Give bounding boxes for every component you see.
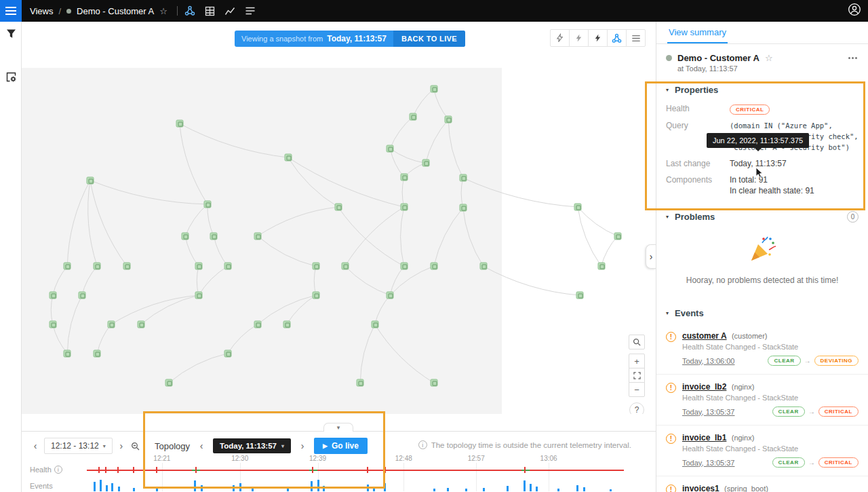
topology-node[interactable] <box>254 232 261 240</box>
topology-node[interactable] <box>86 176 94 184</box>
topology-node[interactable] <box>387 292 394 299</box>
breadcrumb-views[interactable]: Views <box>30 6 53 16</box>
event-component-link[interactable]: customer A <box>682 331 727 341</box>
topology-node[interactable] <box>165 379 172 387</box>
topology-node[interactable] <box>137 320 144 328</box>
health-info-icon[interactable]: i <box>54 466 62 474</box>
zoom-in-button[interactable]: + <box>629 354 645 368</box>
health-timeline[interactable] <box>87 467 624 473</box>
event-list-item[interactable]: ! invoices1 (spring_boot) Health State C… <box>656 476 868 492</box>
topology-node[interactable] <box>430 263 437 270</box>
topology-node[interactable] <box>445 115 452 123</box>
favorite-star-icon[interactable]: ☆ <box>765 53 773 63</box>
topology-node[interactable] <box>49 292 56 299</box>
user-avatar[interactable] <box>848 3 861 19</box>
zoom-search-icon[interactable] <box>629 335 645 349</box>
topology-canvas[interactable]: + − ? › <box>22 68 656 414</box>
topology-node[interactable] <box>430 379 437 387</box>
topology-node[interactable] <box>224 263 231 270</box>
expand-panel-arrow[interactable]: › <box>646 244 656 269</box>
topology-node[interactable] <box>195 263 202 270</box>
topology-node[interactable] <box>203 200 211 208</box>
topology-time-select[interactable]: Today, 11:13:57 ▾ <box>213 438 291 453</box>
flash-bold-icon[interactable] <box>588 29 608 47</box>
topology-time-prev-button[interactable]: ‹ <box>196 438 207 454</box>
event-component-link[interactable]: invoice_lb2 <box>682 382 726 392</box>
fit-to-screen-button[interactable] <box>629 368 645 383</box>
topology-node[interactable] <box>597 263 605 270</box>
event-time-link[interactable]: Today, 13:06:00 <box>682 357 734 365</box>
event-time-link[interactable]: Today, 13:05:37 <box>682 459 734 467</box>
last-change-value[interactable]: Today, 11:13:57 <box>730 158 787 169</box>
filter-icon[interactable] <box>0 22 22 45</box>
topology-node[interactable] <box>371 320 378 328</box>
back-to-live-button[interactable]: BACK TO LIVE <box>393 31 465 47</box>
event-list-item[interactable]: ! invoice_lb1 (nginx) Health State Chang… <box>656 425 868 476</box>
topology-node[interactable] <box>422 159 429 167</box>
event-list-item[interactable]: ! invoice_lb2 (nginx) Health State Chang… <box>656 374 868 425</box>
section-problems-header[interactable]: ▾ Problems 0 <box>656 206 868 228</box>
event-time-link[interactable]: Today, 13:05:37 <box>682 408 734 416</box>
list-layout-icon[interactable] <box>626 29 646 47</box>
more-menu-icon[interactable] <box>846 54 860 62</box>
tab-view-summary[interactable]: View summary <box>667 27 728 43</box>
topology-node[interactable] <box>254 320 261 328</box>
event-list-item[interactable]: ! customer A (customer) Health State Cha… <box>656 324 868 374</box>
topology-node[interactable] <box>284 154 292 162</box>
topology-node[interactable] <box>176 120 183 128</box>
topology-node[interactable] <box>400 204 408 211</box>
topology-node[interactable] <box>409 113 416 120</box>
topology-node[interactable] <box>49 320 56 328</box>
topology-time-next-button[interactable]: › <box>297 438 308 454</box>
breadcrumb-view-name[interactable]: Demo - Customer A <box>77 6 154 16</box>
event-component-link[interactable]: invoices1 <box>682 484 719 492</box>
event-component-link[interactable]: invoice_lb1 <box>682 433 726 442</box>
metrics-view-icon[interactable] <box>224 6 235 16</box>
view-settings-icon[interactable] <box>0 65 22 88</box>
topology-node[interactable] <box>94 349 101 357</box>
zoom-out-button[interactable]: − <box>629 382 645 397</box>
topology-node[interactable] <box>312 292 319 299</box>
topology-node[interactable] <box>576 292 583 299</box>
topology-node[interactable] <box>210 232 218 240</box>
events-view-icon[interactable] <box>245 6 256 16</box>
time-range-select[interactable]: 12:12 - 13:12 ▾ <box>44 438 113 454</box>
topology-node[interactable] <box>459 174 467 182</box>
topology-node[interactable] <box>400 263 408 270</box>
topology-node[interactable] <box>479 263 487 270</box>
topology-layout-icon[interactable] <box>607 29 627 47</box>
topology-node[interactable] <box>357 379 364 387</box>
topology-node[interactable] <box>400 174 408 181</box>
topology-view-icon[interactable] <box>184 5 195 16</box>
topology-node[interactable] <box>64 263 71 270</box>
topology-node[interactable] <box>574 204 581 211</box>
topology-node[interactable] <box>312 263 319 270</box>
flash-outline-icon[interactable] <box>550 29 570 47</box>
range-next-button[interactable]: › <box>116 438 127 454</box>
range-prev-button[interactable]: ‹ <box>30 438 41 454</box>
topology-node[interactable] <box>387 145 394 152</box>
topology-node[interactable] <box>78 292 85 299</box>
topology-node[interactable] <box>224 349 231 357</box>
topology-node[interactable] <box>430 86 437 93</box>
events-histogram[interactable] <box>87 474 624 491</box>
topology-node[interactable] <box>341 263 349 270</box>
topology-node[interactable] <box>283 320 290 328</box>
timeline-collapse-chevron[interactable]: ▾ <box>323 423 353 432</box>
topology-node[interactable] <box>459 204 467 212</box>
topology-node[interactable] <box>107 320 115 328</box>
topology-node[interactable] <box>64 349 71 357</box>
section-properties-header[interactable]: ▾ Properties <box>656 79 868 100</box>
topology-node[interactable] <box>94 263 101 270</box>
topology-node[interactable] <box>182 232 189 240</box>
flash-half-icon[interactable] <box>569 29 589 47</box>
topology-node[interactable] <box>334 204 342 211</box>
help-button[interactable]: ? <box>629 402 644 414</box>
topology-node[interactable] <box>614 232 621 240</box>
range-zoom-out-icon[interactable] <box>130 438 141 454</box>
topology-node[interactable] <box>123 263 131 270</box>
topology-node[interactable] <box>195 292 202 299</box>
table-view-icon[interactable] <box>205 6 215 16</box>
section-events-header[interactable]: ▾ Events <box>656 303 868 324</box>
go-live-button[interactable]: ▶ Go live <box>314 438 368 454</box>
